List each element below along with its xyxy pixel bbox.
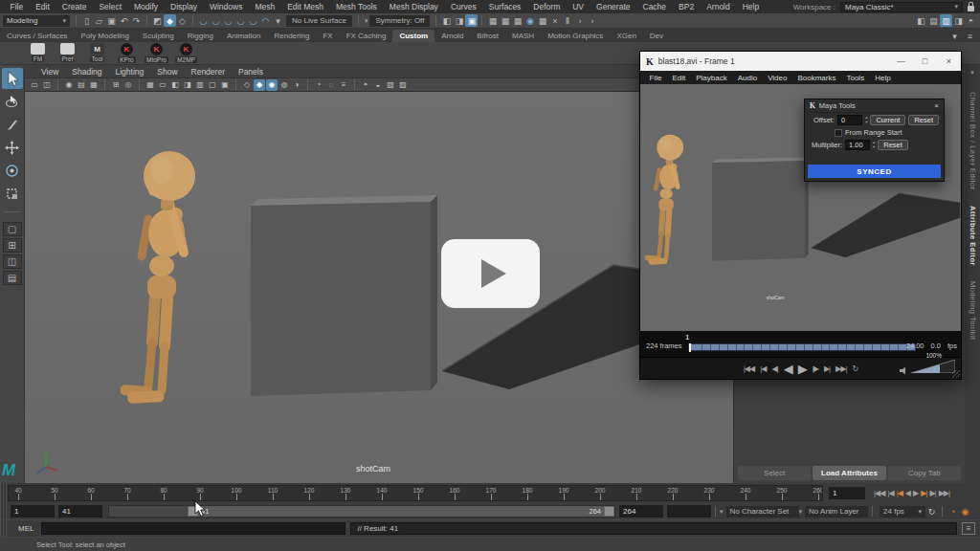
go-to-end-button[interactable]: ▶▶| <box>835 364 846 373</box>
two-pane-layout-button[interactable]: ◫ <box>3 254 22 269</box>
shelf-button-fm[interactable]: FM <box>25 43 51 63</box>
player-titlebar[interactable]: K blast18.avi - Frame 1 —□× <box>640 52 961 71</box>
character-set-selector[interactable]: No Character Set <box>726 506 799 518</box>
attribute-editor-toggle-icon[interactable]: ◨ <box>952 14 965 27</box>
playback-end-field[interactable]: 264 <box>619 505 663 518</box>
gamma-icon[interactable]: ◒ <box>372 79 384 91</box>
copy-tab-button[interactable]: Copy Tab <box>888 466 961 480</box>
motion-blur-icon[interactable]: ◌ <box>325 79 337 91</box>
go-to-end-button[interactable]: ▶▶| <box>939 489 949 497</box>
mannequin-character[interactable] <box>120 151 195 404</box>
shadows-icon[interactable]: ◑ <box>291 79 302 91</box>
expand-left-icon[interactable]: › <box>573 14 586 27</box>
screen-space-ao-icon[interactable]: ◔ <box>313 79 324 91</box>
multiplier-field[interactable]: 1.00 <box>845 140 870 150</box>
gate-mask-icon[interactable]: ◨ <box>182 79 193 91</box>
player-menu-tools[interactable]: Tools <box>841 74 870 82</box>
script-editor-icon[interactable]: ≡ <box>962 522 975 535</box>
snap-to-grid-toggle-icon[interactable]: ▭ <box>29 79 40 91</box>
player-menu-playback[interactable]: Playback <box>691 74 732 82</box>
volume-control[interactable]: 100% <box>900 360 955 375</box>
panel-menu-renderer[interactable]: Renderer <box>185 67 232 77</box>
range-end-handle[interactable] <box>604 506 614 517</box>
volume-slider[interactable] <box>911 360 955 373</box>
shelf-button-kpro[interactable]: KKPro <box>114 43 140 63</box>
loop-button[interactable]: ↻ <box>853 364 858 373</box>
drag-handle[interactable] <box>0 520 7 537</box>
scale-tool[interactable] <box>2 183 23 204</box>
menu-deform[interactable]: Deform <box>527 2 567 11</box>
shelf-tab-fx-caching[interactable]: FX Caching <box>340 30 393 42</box>
multiplier-reset-button[interactable]: Reset <box>878 140 908 150</box>
panel-menu-icon[interactable]: ▾ <box>970 69 974 77</box>
dialog-titlebar[interactable]: K Maya Tools × <box>805 99 944 113</box>
camera-lock-icon[interactable]: ◉ <box>63 79 75 91</box>
play-forwards-button[interactable]: ▶ <box>798 362 807 376</box>
close-button[interactable]: × <box>937 52 961 71</box>
menu-windows[interactable]: Windows <box>203 2 248 11</box>
snap-view-plane-icon[interactable]: ◡ <box>247 14 259 27</box>
panel-menu-show[interactable]: Show <box>150 67 184 77</box>
xray-icon[interactable]: ▧ <box>385 79 396 91</box>
command-input[interactable] <box>41 522 345 535</box>
play-backwards-button[interactable]: ◀ <box>784 362 792 376</box>
play-backwards-button[interactable]: ◀ <box>905 489 910 497</box>
playhead[interactable] <box>689 343 691 352</box>
new-scene-icon[interactable]: ▯ <box>80 14 93 27</box>
offset-reset-button[interactable]: Reset <box>908 115 939 125</box>
symmetry-dropdown-icon[interactable]: ▾ <box>365 17 368 25</box>
auto-keyframe-icon[interactable]: ◉ <box>959 505 971 518</box>
anim-layer-menu-icon[interactable]: ▾ <box>799 508 803 516</box>
shelf-button-tool[interactable]: MTool <box>84 43 110 63</box>
menu-uv[interactable]: UV <box>567 2 590 11</box>
player-timeline-bar[interactable] <box>688 343 916 351</box>
synced-button[interactable]: SYNCED <box>808 165 941 178</box>
menu-select[interactable]: Select <box>93 2 128 11</box>
shelf-button-pref[interactable]: Pref <box>55 43 80 63</box>
film-gate-icon[interactable]: ▭ <box>157 79 168 91</box>
stepper-icon[interactable]: ▴▾ <box>873 141 875 149</box>
panel-menu-panels[interactable]: Panels <box>232 67 270 77</box>
resize-grip[interactable] <box>952 370 960 378</box>
shelf-tab-sculpting[interactable]: Sculpting <box>136 30 181 42</box>
outliner-layout-button[interactable]: ▤ <box>3 271 22 285</box>
select-object-icon[interactable]: ◆ <box>164 14 176 27</box>
image-plane-icon[interactable]: ▦ <box>88 79 100 91</box>
save-scene-icon[interactable]: ▣ <box>105 14 118 27</box>
from-range-start-checkbox[interactable] <box>835 129 842 137</box>
drag-handle[interactable] <box>0 503 7 519</box>
menu-mesh-display[interactable]: Mesh Display <box>383 2 444 11</box>
step-back-button[interactable]: |◀ <box>760 364 766 373</box>
menu-mesh[interactable]: Mesh <box>249 2 281 11</box>
lock-workspace-icon[interactable] <box>968 6 974 11</box>
player-menu-audio[interactable]: Audio <box>732 74 762 82</box>
anim-layer-selector[interactable]: No Anim Layer <box>805 506 868 518</box>
shelf-tab-rendering[interactable]: Rendering <box>267 30 316 42</box>
undo-icon[interactable]: ↶ <box>118 14 130 27</box>
go-to-start-button[interactable]: |◀◀ <box>744 364 754 373</box>
snap-options-dropdown-icon[interactable]: ▾ <box>272 14 284 27</box>
snap-projected-center-icon[interactable]: ◡ <box>234 14 247 27</box>
shelf-tab-poly-modeling[interactable]: Poly Modeling <box>75 30 136 42</box>
menu-arnold[interactable]: Arnold <box>701 2 737 11</box>
shelf-tab-dev[interactable]: Dev <box>643 30 670 42</box>
open-scene-icon[interactable]: ▱ <box>93 14 105 27</box>
range-slider[interactable]: 41 264 <box>108 505 615 518</box>
two-d-pan-zoom-icon[interactable]: ⊞ <box>110 79 122 91</box>
command-language-toggle[interactable]: MEL <box>18 524 33 533</box>
menu-modify[interactable]: Modify <box>128 2 165 11</box>
shelf-tab-bifrost[interactable]: Bifrost <box>470 30 505 42</box>
safe-title-icon[interactable]: ▣ <box>219 79 231 91</box>
redo-icon[interactable]: ↷ <box>130 14 143 27</box>
grid-toggle-icon[interactable]: ▦ <box>145 79 156 91</box>
select-hierarchy-icon[interactable]: ◩ <box>151 14 164 27</box>
symmetry-field[interactable]: Symmetry: Off <box>369 15 430 27</box>
exposure-icon[interactable]: ◓ <box>360 79 371 91</box>
select-tool[interactable] <box>2 68 23 89</box>
step-back-frame-button[interactable]: |◀ <box>887 489 893 497</box>
panel-menu-view[interactable]: View <box>34 67 65 77</box>
expand-right-icon[interactable]: › <box>586 14 598 27</box>
cut-render-icon[interactable]: × <box>548 14 561 27</box>
drag-handle[interactable] <box>0 483 7 503</box>
shelf-tab-fx[interactable]: FX <box>316 30 339 42</box>
